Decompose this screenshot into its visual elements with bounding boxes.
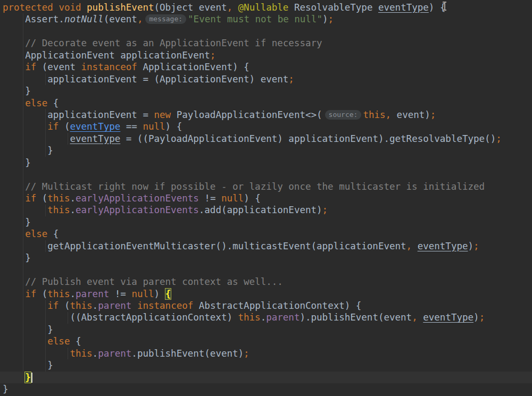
code-text: getApplicationEventMulticaster().multica… (3, 241, 406, 251)
code-line[interactable] (3, 264, 532, 276)
keyword: this (70, 300, 92, 311)
code-line[interactable]: Assert.notNull(event,message:"Event must… (3, 13, 532, 25)
code-text: { (47, 98, 59, 108)
symbol-reference-link[interactable]: eventType (70, 121, 120, 132)
code-text: . (70, 289, 76, 299)
string-literal: "Event must not be null" (188, 14, 322, 24)
code-text: = ((PayloadApplicationEvent) application… (120, 133, 496, 144)
code-editor[interactable]: protected void publishEvent(Object event… (0, 0, 532, 396)
code-text: ApplicationEvent applicationEvent (3, 50, 210, 61)
punctuation: ; (479, 312, 485, 323)
keyword: instanceof (137, 300, 193, 311)
parameter-hint: source: (325, 110, 362, 120)
code-text: ) (322, 14, 328, 24)
code-text: applicationEvent = (ApplicationEvent) ev… (3, 74, 288, 85)
code-line[interactable]: } (3, 252, 532, 264)
code-line[interactable]: if (this.earlyApplicationEvents != null)… (3, 192, 532, 204)
keyword: else (25, 98, 47, 108)
code-line[interactable] (3, 168, 532, 180)
code-line[interactable]: this.earlyApplicationEvents.add(applicat… (3, 204, 532, 216)
code-text (232, 2, 238, 13)
keyword: if (47, 300, 59, 311)
code-line[interactable]: } (3, 145, 532, 156)
code-text: ( (59, 121, 70, 132)
code-line[interactable]: ((AbstractApplicationContext) this.paren… (3, 311, 532, 323)
punctuation: , (227, 2, 232, 13)
punctuation: ; (288, 74, 294, 85)
keyword: if (47, 121, 59, 132)
keyword: this (47, 205, 70, 215)
code-text: } (3, 360, 53, 370)
code-text: != (199, 193, 221, 204)
keyword: this (238, 312, 261, 323)
keyword: null (221, 193, 244, 204)
code-line[interactable]: if (this.parent != null) { (3, 288, 532, 300)
code-line[interactable]: if (eventType == null) { (3, 121, 532, 132)
keyword: instanceof (81, 62, 137, 72)
code-line[interactable]: ApplicationEvent applicationEvent; (3, 49, 532, 61)
keyword: this (363, 109, 385, 120)
code-text (3, 336, 47, 347)
code-text: { (70, 336, 81, 347)
comment: // Publish event via parent context as w… (3, 276, 283, 287)
code-line[interactable]: } (3, 85, 532, 97)
punctuation: ; (210, 50, 216, 61)
punctuation: , (386, 109, 392, 120)
code-line[interactable]: } (0, 372, 532, 383)
code-text: ) (473, 312, 479, 323)
code-text (3, 133, 70, 144)
code-line[interactable]: if (this.parent instanceof AbstractAppli… (3, 300, 532, 311)
code-text: ( (59, 300, 70, 311)
code-line[interactable]: getApplicationEventMulticaster().multica… (3, 240, 532, 252)
code-text: } (3, 324, 53, 335)
code-line[interactable]: if (event instanceof ApplicationEvent) { (3, 61, 532, 73)
code-line[interactable]: else { (3, 228, 532, 240)
punctuation: ; (328, 14, 334, 24)
code-line[interactable]: this.parent.publishEvent(event); (3, 348, 532, 359)
text-caret (31, 373, 32, 383)
annotation: @Nullable (238, 2, 289, 13)
code-text: ).publishEvent(event (300, 312, 412, 323)
code-line[interactable]: else { (3, 335, 532, 347)
code-text (3, 205, 47, 215)
code-text: { (47, 229, 59, 239)
code-line[interactable]: applicationEvent = (ApplicationEvent) ev… (3, 73, 532, 85)
code-line[interactable]: applicationEvent = new PayloadApplicatio… (3, 109, 532, 121)
code-line[interactable]: } (3, 157, 532, 168)
code-text: (Object event (154, 2, 227, 13)
code-line[interactable]: } (3, 324, 532, 335)
code-text (3, 229, 25, 239)
code-line[interactable]: } (3, 383, 532, 395)
code-line[interactable]: protected void publishEvent(Object event… (3, 2, 532, 13)
punctuation: , (137, 14, 143, 24)
method-name: publishEvent (87, 2, 154, 13)
code-line[interactable]: // Decorate event as an ApplicationEvent… (3, 37, 532, 49)
code-line[interactable]: } (3, 216, 532, 228)
code-line[interactable]: } (3, 359, 532, 371)
code-text: ) (468, 241, 474, 251)
code-line[interactable]: // Multicast right now if possible - or … (3, 181, 532, 192)
code-text: . (70, 205, 76, 215)
field-reference: parent (76, 289, 109, 299)
code-text (3, 193, 25, 204)
punctuation: ; (430, 109, 436, 120)
code-line[interactable] (3, 26, 532, 37)
reassigned-symbol: eventType (418, 241, 468, 251)
keyword: if (25, 62, 36, 72)
code-line[interactable]: // Publish event via parent context as w… (3, 276, 532, 288)
code-line[interactable]: else { (3, 97, 532, 109)
code-text (3, 300, 47, 311)
code-text: == (120, 121, 143, 132)
keyword: null (131, 289, 154, 299)
code-text: . (261, 312, 267, 323)
keyword: if (25, 289, 36, 299)
code-line[interactable]: eventType = ((PayloadApplicationEvent) a… (3, 133, 532, 145)
keyword: if (25, 193, 36, 204)
code-text: applicationEvent = (3, 109, 154, 120)
punctuation: ; (473, 241, 479, 251)
keyword: else (47, 336, 70, 347)
code-text (3, 62, 25, 72)
field-reference: earlyApplicationEvents (76, 205, 199, 215)
matched-brace: } (25, 372, 31, 383)
reassigned-symbol: eventType (70, 133, 120, 144)
